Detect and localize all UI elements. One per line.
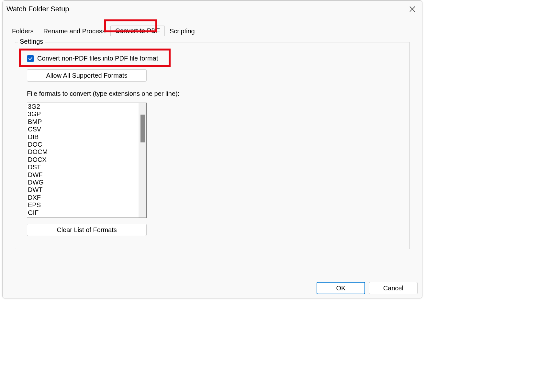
close-button[interactable]: [406, 4, 419, 14]
tab-content: Settings Convert non-PDF files into PDF …: [7, 36, 418, 284]
allow-all-formats-button[interactable]: Allow All Supported Formats: [27, 69, 147, 82]
tab-convert-to-pdf[interactable]: Convert to PDF: [110, 26, 165, 36]
convert-checkbox-label: Convert non-PDF files into PDF file form…: [37, 55, 158, 62]
close-icon: [409, 6, 415, 12]
checkmark-icon: [28, 56, 33, 61]
settings-group: Settings Convert non-PDF files into PDF …: [15, 42, 410, 249]
formats-listbox-content: 3G2 3GP BMP CSV DIB DOC DOCM DOCX DST DW…: [27, 103, 139, 218]
tab-bar: Folders Rename and Process Convert to PD…: [3, 25, 422, 36]
titlebar: Watch Folder Setup: [3, 1, 422, 16]
dialog-button-row: OK Cancel: [317, 282, 418, 294]
settings-legend: Settings: [18, 38, 45, 45]
tab-folders[interactable]: Folders: [7, 26, 39, 36]
tab-scripting[interactable]: Scripting: [165, 26, 200, 36]
scrollbar-track[interactable]: [139, 103, 146, 218]
ok-button[interactable]: OK: [317, 282, 365, 294]
formats-listbox[interactable]: 3G2 3GP BMP CSV DIB DOC DOCM DOCX DST DW…: [27, 103, 147, 218]
convert-checkbox-row: Convert non-PDF files into PDF file form…: [27, 55, 398, 62]
cancel-button[interactable]: Cancel: [369, 282, 418, 294]
watch-folder-setup-dialog: Watch Folder Setup Folders Rename and Pr…: [2, 0, 422, 298]
convert-checkbox[interactable]: [27, 55, 34, 62]
formats-label: File formats to convert (type extensions…: [27, 90, 398, 97]
dialog-title: Watch Folder Setup: [6, 5, 69, 13]
tab-rename-and-process[interactable]: Rename and Process: [39, 26, 110, 36]
scrollbar-thumb[interactable]: [140, 115, 145, 142]
clear-list-button[interactable]: Clear List of Formats: [27, 224, 147, 236]
